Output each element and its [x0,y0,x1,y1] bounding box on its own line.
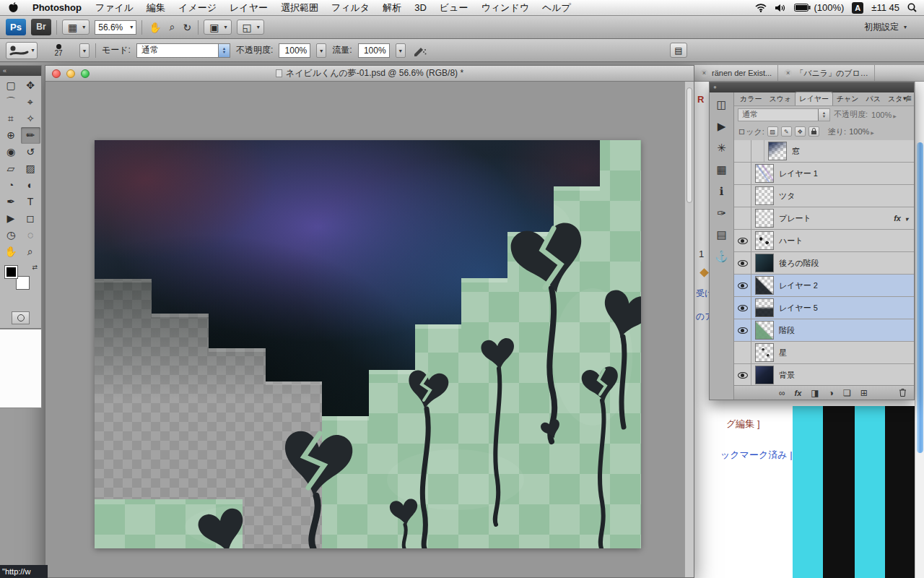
new-layer-icon[interactable]: ⊞ [860,388,868,398]
menu-layer[interactable]: レイヤー [223,1,274,14]
battery-indicator[interactable]: (100%) [794,2,844,13]
layer-name[interactable]: プレート [779,213,811,224]
volume-icon[interactable] [775,4,786,12]
layer-row-selected[interactable]: レイヤー 2 [734,275,914,297]
delete-layer-icon[interactable] [899,388,907,397]
layer-visibility-toggle[interactable] [734,342,751,363]
menu-3d[interactable]: 3D [408,2,433,13]
document-scrollbar[interactable] [684,82,694,577]
browser-link-line[interactable]: グ編集 ] [726,418,760,431]
layer-name[interactable]: 階段 [779,325,795,336]
zoom-tool-icon[interactable]: ⌕ [168,21,177,33]
type-tool[interactable]: T [21,194,40,210]
layer-thumbnail[interactable] [755,366,774,384]
layer-name[interactable]: 背景 [779,370,795,381]
layer-thumbnail[interactable] [755,254,774,272]
layer-visibility-toggle[interactable] [734,252,751,274]
brush-tool[interactable]: ✏ [21,127,40,144]
flow-input[interactable]: 100% [358,43,390,58]
menu-edit[interactable]: 編集 [140,1,172,14]
layer-thumbnail[interactable] [755,231,774,250]
layer-thumbnail[interactable] [755,186,774,205]
layer-style-icon[interactable]: fx [795,389,802,397]
zoom-level-input[interactable]: 56.6% [95,20,136,35]
lock-position-icon[interactable]: ✥ [795,126,806,137]
layer-name[interactable]: ハート [779,236,803,246]
quick-mask-button[interactable] [12,311,30,324]
menu-window[interactable]: ウィンドウ [474,1,536,14]
close-tab-icon[interactable]: × [700,69,708,77]
photoshop-logo[interactable]: Ps [6,19,26,35]
apple-menu[interactable] [0,2,25,13]
blend-mode-select[interactable]: 通常 [738,108,830,121]
layer-name[interactable]: ツタ [779,191,796,202]
layer-fill-value[interactable]: 100% [849,127,874,136]
panel-icon-1[interactable]: ◫ [716,98,726,111]
bridge-launch-button[interactable]: Br [31,19,51,35]
blend-mode-dropdown[interactable]: 通常 [136,43,230,58]
layer-visibility-toggle[interactable] [734,319,751,341]
workspace-switcher[interactable]: 初期設定 [864,21,907,33]
tools-panel-header[interactable]: « [0,66,41,76]
layer-visibility-toggle[interactable] [734,275,751,296]
layer-visibility-toggle[interactable] [734,163,751,184]
browser-tab-1[interactable]: × ränen der Exist... [694,65,778,81]
panel-icon-7[interactable]: ▤ [716,228,726,241]
layer-visibility-toggle[interactable] [734,207,751,229]
airbrush-icon[interactable] [411,45,427,56]
panel-icon-3[interactable]: ✳ [717,142,726,154]
layer-name[interactable]: レイヤー 5 [779,303,818,314]
hand-tool[interactable]: ✋ [1,243,21,260]
panel-icon-2[interactable]: ▶ [718,120,726,132]
swap-colors-icon[interactable]: ⇄ [32,264,38,271]
close-tab-icon[interactable]: × [784,69,792,77]
layer-thumbnail[interactable] [755,321,774,340]
layer-thumbnail[interactable] [755,343,774,362]
lasso-tool[interactable]: ⌒ [1,94,21,111]
layer-name[interactable]: 窓 [792,146,800,157]
layer-mask-icon[interactable]: ◨ [811,388,819,398]
menu-app-name[interactable]: Photoshop [25,2,89,13]
menu-file[interactable]: ファイル [89,1,140,14]
layer-row-selected[interactable]: レイヤー 5 [734,297,914,319]
browser-tab-2[interactable]: × 「バニラ」のブロ… [778,65,875,81]
document-title-bar[interactable]: ネイビルくんの夢-01.psd @ 56.6% (RGB/8) * [45,66,694,82]
3d-orbit-tool[interactable]: ◌ [21,227,40,243]
menu-filter[interactable]: フィルタ [325,1,376,14]
layer-name[interactable]: レイヤー 1 [779,168,818,179]
opacity-input[interactable]: 100% [279,43,310,58]
layer-row[interactable]: 窓 [734,140,914,163]
menu-view[interactable]: ビュー [433,1,475,14]
tab-paths[interactable]: パス [863,92,884,105]
panel-dock-header[interactable]: ● [710,82,914,92]
tab-color[interactable]: カラー [736,92,765,105]
rectangular-marquee-tool[interactable]: ▢ [1,77,21,94]
layer-visibility-toggle[interactable] [734,230,751,251]
lock-transparent-pixels-icon[interactable]: ▨ [767,126,778,137]
layer-visibility-toggle[interactable] [734,185,751,207]
quick-selection-tool[interactable]: ⌖ [21,94,40,111]
spotlight-search-icon[interactable] [907,3,917,12]
rotate-view-icon[interactable]: ↻ [182,22,193,33]
move-tool[interactable]: ✥ [21,77,40,94]
layer-thumbnail[interactable] [768,142,787,160]
view-extras-button[interactable]: ▦ [62,20,90,35]
zoom-tool[interactable]: ⌕ [21,243,40,260]
panel-menu-icon[interactable]: ▾≣ [903,95,912,102]
layer-visibility-toggle[interactable] [734,297,751,319]
canvas-artwork[interactable] [95,140,641,548]
clone-stamp-tool[interactable]: ◉ [1,144,21,160]
eraser-tool[interactable]: ▱ [1,160,21,177]
panel-icon-6[interactable]: ✑ [717,207,726,219]
panel-icon-8[interactable]: ⚓ [715,250,728,262]
browser-scrollbar[interactable] [915,82,924,578]
layer-row[interactable]: レイヤー 1 [734,163,914,185]
flow-slider-arrow[interactable]: ▼ [396,43,406,58]
pen-tool[interactable]: ✒ [1,194,21,210]
layer-row-selected[interactable]: 階段 [734,319,914,342]
link-layers-icon[interactable]: ∞ [779,388,785,398]
menu-select[interactable]: 選択範囲 [274,1,325,14]
toggle-panels-icon[interactable]: ▤ [670,43,687,58]
menu-analysis[interactable]: 解析 [376,1,408,14]
menu-clock[interactable]: ±11 45 [871,2,899,13]
